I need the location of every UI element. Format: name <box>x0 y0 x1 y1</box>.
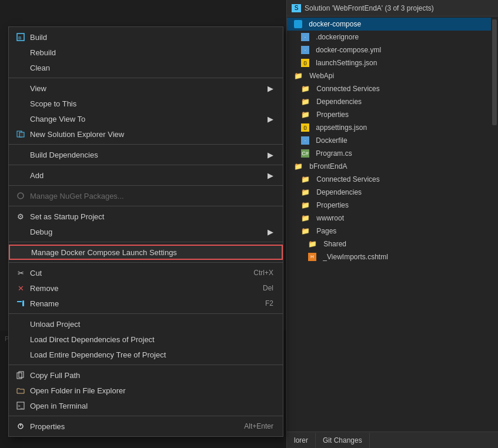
separator-10 <box>9 416 283 416</box>
menu-label: Open Folder in File Explorer <box>30 386 126 395</box>
tree-item-wwwroot[interactable]: 📁 wwwroot <box>287 212 498 225</box>
tree-item-appsettings[interactable]: {} appsettings.json <box>287 121 498 134</box>
menu-label: Change View To <box>30 115 85 123</box>
scrollbar-track[interactable] <box>491 16 498 310</box>
cut-icon: ✂ <box>14 269 28 278</box>
separator-7 <box>9 262 283 263</box>
menu-label: Scope to This <box>30 99 76 108</box>
menu-label: Set as Startup Project <box>30 212 104 221</box>
menu-item-new-sol-explorer[interactable]: New Solution Explorer View <box>9 126 283 142</box>
menu-item-clean[interactable]: Clean <box>9 60 283 75</box>
separator-2 <box>9 144 283 145</box>
nuget-icon <box>14 192 28 200</box>
menu-item-cut[interactable]: ✂ Cut Ctrl+X <box>9 265 283 280</box>
file-icon: · <box>301 136 309 145</box>
build-icon: B <box>14 33 28 41</box>
tree-item-program-cs[interactable]: C# Program.cs <box>287 147 498 160</box>
tab-git-changes[interactable]: Git Changes <box>316 433 370 448</box>
tree-item-dockerignore[interactable]: · .dockerignore <box>287 31 498 44</box>
tree-label: Shared <box>323 240 346 248</box>
tree-item-connected-services-1[interactable]: 📁 Connected Services <box>287 82 498 95</box>
tree-label: appsettings.json <box>316 123 367 132</box>
tree-item-dependencies-1[interactable]: 📁 Dependencies <box>287 95 498 108</box>
separator-8 <box>9 313 283 314</box>
tree-label: Program.cs <box>316 149 352 158</box>
context-menu: B Build Rebuild Clean View ▶ Scope to Th… <box>8 26 283 437</box>
menu-item-add[interactable]: Add ▶ <box>9 168 283 183</box>
tree-item-launchsettings[interactable]: {} launchSettings.json <box>287 56 498 69</box>
tree-label: docker-compose.yml <box>316 46 381 54</box>
separator-1 <box>9 78 283 78</box>
properties-icon <box>14 422 28 430</box>
folder-icon: 📁 <box>301 227 310 235</box>
menu-label: Clean <box>30 63 50 72</box>
tree-item-viewimports[interactable]: H _ViewImports.cshtml <box>287 250 498 263</box>
tree-item-properties-2[interactable]: 📁 Properties <box>287 199 498 212</box>
arrow-icon: ▶ <box>268 84 273 93</box>
svg-rect-5 <box>17 301 22 302</box>
menu-label: Cut <box>30 269 42 278</box>
menu-item-properties[interactable]: Properties Alt+Enter <box>9 419 283 434</box>
scrollbar-thumb[interactable] <box>492 19 497 125</box>
menu-label: Copy Full Path <box>30 371 80 380</box>
tree-item-connected-services-2[interactable]: 📁 Connected Services <box>287 173 498 186</box>
solution-explorer-header: S Solution 'WebFrontEndA' (3 of 3 projec… <box>287 0 498 16</box>
menu-item-remove[interactable]: ✕ Remove Del <box>9 280 283 296</box>
tree-label: Properties <box>316 111 349 119</box>
solution-icon: S <box>292 4 301 12</box>
svg-rect-6 <box>22 300 24 306</box>
tree-item-bfrontenda[interactable]: 📁 bFrontEndA <box>287 160 498 173</box>
menu-item-open-terminal[interactable]: >_ Open in Terminal <box>9 398 283 413</box>
shortcut-remove: Del <box>263 284 273 292</box>
folder-icon: 📁 <box>308 240 317 248</box>
tree-item-shared[interactable]: 📁 Shared <box>287 238 498 250</box>
menu-label: Rebuild <box>30 48 56 57</box>
tree-item-dependencies-2[interactable]: 📁 Dependencies <box>287 186 498 199</box>
tree-label: Properties <box>316 201 349 209</box>
tree-label: Connected Services <box>316 85 379 93</box>
tree-item-webapi[interactable]: 📁 WebApi <box>287 69 498 82</box>
menu-item-build-dependencies[interactable]: Build Dependencies ▶ <box>9 147 283 162</box>
menu-item-load-direct-deps[interactable]: Load Direct Dependencies of Project <box>9 332 283 347</box>
file-icon: · <box>301 46 309 54</box>
separator-3 <box>9 165 283 165</box>
tree-item-docker-compose-yml[interactable]: · docker-compose.yml <box>287 44 498 56</box>
tab-label: lorer <box>294 436 308 444</box>
tab-project-folder[interactable]: lorer <box>287 433 316 448</box>
folder-icon: 📁 <box>301 214 310 222</box>
menu-item-manage-nuget: Manage NuGet Packages... <box>9 188 283 203</box>
menu-item-debug[interactable]: Debug ▶ <box>9 224 283 239</box>
tree-item-properties-1[interactable]: 📁 Properties <box>287 108 498 121</box>
solution-explorer-panel: S Solution 'WebFrontEndA' (3 of 3 projec… <box>286 0 498 448</box>
menu-item-build[interactable]: B Build <box>9 29 283 45</box>
tab-label: Git Changes <box>323 436 362 444</box>
menu-item-manage-docker[interactable]: Manage Docker Compose Launch Settings <box>9 245 283 260</box>
bottom-tabs: lorer Git Changes <box>287 432 498 448</box>
menu-item-copy-full-path[interactable]: Copy Full Path <box>9 367 283 383</box>
menu-item-open-folder-explorer[interactable]: Open Folder in File Explorer <box>9 383 283 398</box>
menu-item-scope-to-this[interactable]: Scope to This <box>9 96 283 111</box>
docker-icon <box>294 20 302 28</box>
json-icon: {} <box>301 59 309 67</box>
menu-item-rename[interactable]: Rename F2 <box>9 296 283 311</box>
tree-item-pages[interactable]: 📁 Pages <box>287 225 498 238</box>
menu-item-set-startup[interactable]: ⚙ Set as Startup Project <box>9 209 283 224</box>
tree-label: Dependencies <box>316 98 362 106</box>
tree-label: Pages <box>316 227 336 235</box>
tree-item-docker-compose[interactable]: docker-compose <box>287 18 498 31</box>
arrow-icon: ▶ <box>268 151 273 159</box>
tree-label: Dependencies <box>316 188 362 196</box>
tree-label: wwwroot <box>316 214 344 222</box>
tree-item-dockerfile[interactable]: · Dockerfile <box>287 134 498 147</box>
shortcut-properties: Alt+Enter <box>244 422 273 430</box>
menu-label: Properties <box>30 422 65 431</box>
menu-item-change-view-to[interactable]: Change View To ▶ <box>9 111 283 126</box>
svg-point-4 <box>18 193 24 199</box>
menu-item-unload-project[interactable]: Unload Project <box>9 316 283 332</box>
menu-item-rebuild[interactable]: Rebuild <box>9 45 283 60</box>
shortcut-rename: F2 <box>265 299 273 307</box>
menu-item-view[interactable]: View ▶ <box>9 81 283 96</box>
terminal-icon: >_ <box>14 402 28 410</box>
menu-item-load-entire-tree[interactable]: Load Entire Dependency Tree of Project <box>9 347 283 362</box>
tree-label: launchSettings.json <box>316 59 377 67</box>
